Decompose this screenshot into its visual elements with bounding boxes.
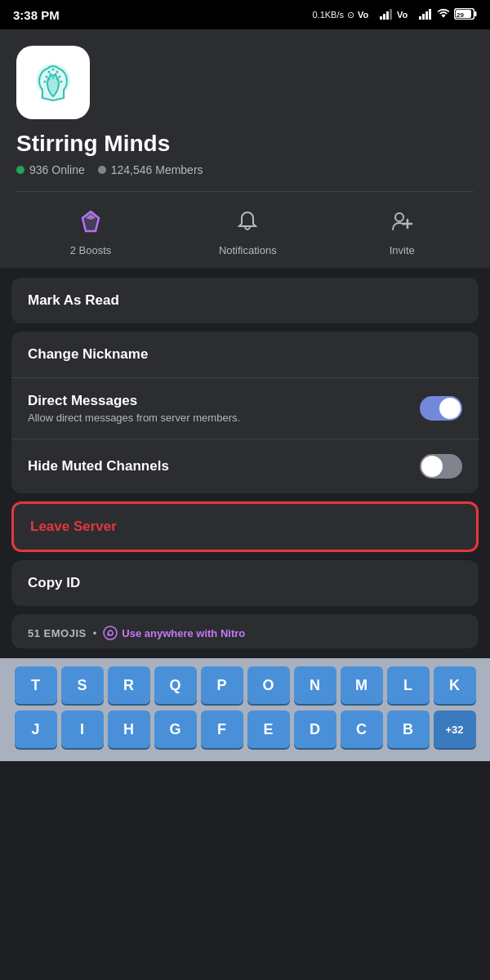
signal-bars-2 xyxy=(418,8,433,21)
emojis-header: 51 EMOJIS • Use anywhere with Nitro xyxy=(11,614,479,648)
key-P[interactable]: P xyxy=(201,666,243,704)
svg-point-17 xyxy=(56,71,59,74)
svg-point-26 xyxy=(60,81,63,83)
direct-messages-label: Direct Messages xyxy=(28,393,240,409)
emojis-section: 51 EMOJIS • Use anywhere with Nitro xyxy=(11,614,479,648)
online-count: 936 Online xyxy=(16,163,85,176)
key-M[interactable]: M xyxy=(341,666,383,704)
svg-text:Vo: Vo xyxy=(358,10,369,20)
bell-icon xyxy=(229,203,265,239)
svg-rect-1 xyxy=(380,16,382,20)
hide-muted-label: Hide Muted Channels xyxy=(28,458,169,474)
leave-server-label: Leave Server xyxy=(30,519,117,534)
hide-muted-toggle[interactable] xyxy=(420,454,462,479)
server-stats: 936 Online 124,546 Members xyxy=(16,163,474,176)
change-nickname-label: Change Nickname xyxy=(28,346,148,363)
content-area: Mark As Read Change Nickname Direct Mess… xyxy=(0,268,490,658)
mark-as-read-card: Mark As Read xyxy=(11,278,479,323)
direct-messages-sub: Allow direct messages from server member… xyxy=(28,412,240,424)
boosts-label: 2 Boosts xyxy=(70,244,112,256)
server-icon xyxy=(16,46,90,119)
lte-icon: Vo xyxy=(358,8,376,21)
svg-rect-2 xyxy=(383,14,385,20)
server-name: Stirring Minds xyxy=(16,131,474,157)
invite-label: Invite xyxy=(390,244,415,256)
key-H[interactable]: H xyxy=(108,710,150,748)
emojis-count: 51 EMOJIS xyxy=(28,627,87,639)
svg-rect-8 xyxy=(425,11,428,20)
key-G[interactable]: G xyxy=(154,710,197,748)
direct-messages-toggle[interactable] xyxy=(420,396,462,421)
key-K[interactable]: K xyxy=(434,666,476,704)
invite-icon xyxy=(384,203,420,239)
svg-text:29: 29 xyxy=(457,11,464,19)
svg-rect-3 xyxy=(386,11,389,20)
direct-messages-text: Direct Messages Allow direct messages fr… xyxy=(28,393,240,424)
key-J[interactable]: J xyxy=(15,710,57,748)
copy-id-item[interactable]: Copy ID xyxy=(11,560,479,606)
wifi-icon xyxy=(436,8,451,21)
invite-action[interactable]: Invite xyxy=(384,203,420,256)
status-icons: 0.1KB/s ⊙ Vo Vo xyxy=(312,8,477,21)
keyboard-row-2: J I H G F E D C B +32 xyxy=(3,710,487,748)
svg-point-31 xyxy=(395,213,403,221)
svg-rect-6 xyxy=(419,16,421,20)
svg-rect-9 xyxy=(429,9,431,20)
keyboard: T S R Q P O N M L K J I H G F E D C B +3… xyxy=(0,658,490,761)
svg-point-18 xyxy=(46,76,48,78)
mark-as-read-label: Mark As Read xyxy=(28,292,119,309)
status-time: 3:38 PM xyxy=(13,8,60,22)
notifications-label: Notifications xyxy=(219,244,277,256)
svg-point-15 xyxy=(48,71,51,74)
leave-server-item[interactable]: Leave Server xyxy=(14,504,476,550)
key-Q[interactable]: Q xyxy=(154,666,197,704)
key-more[interactable]: +32 xyxy=(434,710,476,748)
svg-point-21 xyxy=(59,76,61,78)
change-nickname-item[interactable]: Change Nickname xyxy=(11,332,479,378)
toggle-knob-muted xyxy=(421,456,443,477)
settings-card: Change Nickname Direct Messages Allow di… xyxy=(11,332,479,493)
members-dot xyxy=(98,166,106,174)
hide-muted-item[interactable]: Hide Muted Channels xyxy=(11,439,479,493)
boosts-action[interactable]: 2 Boosts xyxy=(70,203,112,256)
keyboard-row-1: T S R Q P O N M L K xyxy=(3,666,487,704)
key-R[interactable]: R xyxy=(108,666,150,704)
copy-id-label: Copy ID xyxy=(28,575,80,591)
member-count: 124,546 Members xyxy=(98,163,203,176)
svg-point-16 xyxy=(52,69,55,71)
key-D[interactable]: D xyxy=(294,710,336,748)
key-B[interactable]: B xyxy=(387,710,430,748)
status-bar: 3:38 PM 0.1KB/s ⊙ Vo Vo xyxy=(0,0,490,29)
signal-bars-1 xyxy=(379,8,394,21)
boost-icon xyxy=(73,203,109,239)
svg-point-34 xyxy=(104,626,117,639)
key-T[interactable]: T xyxy=(15,666,57,704)
key-C[interactable]: C xyxy=(341,710,383,748)
key-E[interactable]: E xyxy=(247,710,290,748)
leave-server-card: Leave Server xyxy=(11,501,479,552)
action-bar: 2 Boosts Notifications xyxy=(16,191,474,268)
nitro-text: Use anywhere with Nitro xyxy=(122,627,245,639)
header-area: Stirring Minds 936 Online 124,546 Member… xyxy=(0,29,490,268)
notifications-action[interactable]: Notifications xyxy=(219,203,277,256)
svg-text:Vo: Vo xyxy=(397,10,408,20)
svg-rect-11 xyxy=(474,11,477,16)
key-F[interactable]: F xyxy=(201,710,243,748)
clock-icon: ⊙ xyxy=(347,10,354,20)
nitro-badge[interactable]: Use anywhere with Nitro xyxy=(103,626,245,640)
key-N[interactable]: N xyxy=(294,666,336,704)
key-S[interactable]: S xyxy=(61,666,104,704)
svg-point-22 xyxy=(44,81,47,83)
emojis-separator: • xyxy=(93,627,97,639)
key-I[interactable]: I xyxy=(61,710,104,748)
online-dot xyxy=(16,166,24,174)
key-L[interactable]: L xyxy=(387,666,430,704)
toggle-knob-dm xyxy=(439,398,461,419)
network-speed: 0.1KB/s xyxy=(312,10,344,20)
battery-icon: 29 xyxy=(454,8,477,21)
key-O[interactable]: O xyxy=(247,666,290,704)
copy-id-card: Copy ID xyxy=(11,560,479,606)
direct-messages-item[interactable]: Direct Messages Allow direct messages fr… xyxy=(11,378,479,439)
lte-icon-2: Vo xyxy=(397,8,415,21)
mark-as-read-item[interactable]: Mark As Read xyxy=(11,278,479,323)
